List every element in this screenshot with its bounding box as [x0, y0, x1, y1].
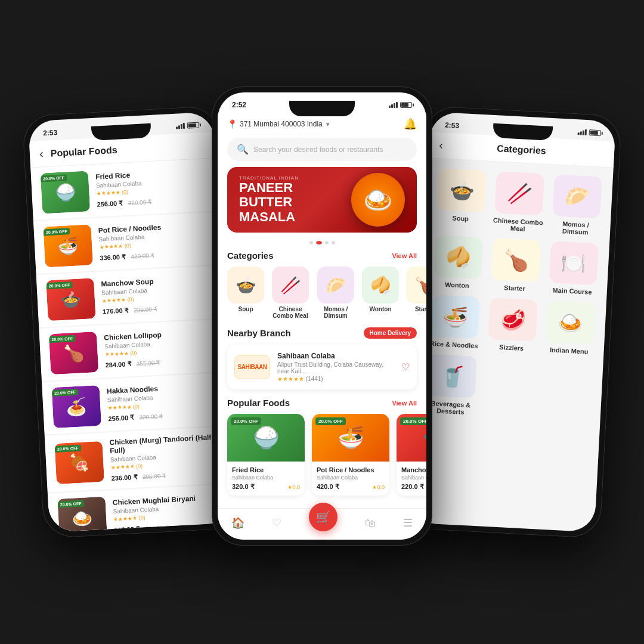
popular-food-image: 🍚 20.0% OFF	[227, 414, 305, 462]
food-list-item[interactable]: 🍖 20.0% OFF Chicken (Murg) Tandoori (Hal…	[45, 426, 233, 493]
category-grid-item[interactable]: 🍛 Indian Menu	[544, 301, 597, 355]
discount-badge: 20.0% OFF	[44, 228, 70, 236]
category-grid-item[interactable]: 🥢 Chinese Combo Meal	[493, 171, 546, 233]
back-button-right[interactable]: ‹	[439, 138, 444, 152]
popular-food-card[interactable]: 🍚 20.0% OFF Fried Rice Sahibaan Colaba 3…	[227, 414, 305, 496]
popular-food-price: 220.0 ₹	[401, 483, 424, 491]
popular-foods-view-all[interactable]: View All	[392, 400, 417, 407]
category-grid-item[interactable]: 🍲 Soup	[435, 168, 488, 230]
categories-title: Categories	[227, 250, 274, 261]
food-list-item[interactable]: 🍚 20.0% OFF Fried Rice Sahibaan Colaba ★…	[30, 158, 218, 220]
food-list-item[interactable]: 🍝 20.0% OFF Hakka Noodles Sahibaan Colab…	[42, 373, 229, 435]
back-button-left[interactable]: ‹	[39, 147, 44, 160]
dot-2[interactable]	[316, 241, 322, 244]
dot-1[interactable]	[309, 241, 313, 244]
category-grid-label: Wonton	[445, 281, 469, 289]
heart-icon[interactable]: ♡	[401, 361, 410, 373]
category-grid-item[interactable]: 🍜 Rice & Noodles	[429, 295, 482, 349]
category-label: Soup	[239, 306, 253, 312]
category-item[interactable]: 🍲 Soup	[227, 267, 264, 319]
category-label: Wonton	[369, 306, 391, 312]
category-image: 🍗	[406, 267, 426, 304]
food-info: Chicken Lollipop Sahibaan Colaba ★★★★★ (…	[104, 327, 216, 370]
popular-food-price-row: 320.0 ₹ ★0.0	[232, 483, 300, 491]
nav-home[interactable]: 🏠	[231, 516, 244, 530]
popular-food-name: Pot Rice / Noodles	[317, 466, 385, 473]
categories-view-all[interactable]: View All	[392, 252, 417, 259]
food-price: 336.00 ₹	[100, 253, 126, 261]
category-label: Momos / Dimsum	[317, 306, 355, 319]
dot-4[interactable]	[332, 241, 335, 244]
food-orig-price: 220.00 ₹	[134, 305, 157, 313]
category-grid-item[interactable]: 🍽️ Main Course	[547, 241, 600, 296]
category-grid-item[interactable]: 🍗 Starter	[489, 238, 542, 293]
phone-center: 2:52	[212, 86, 432, 546]
phone-right: 2:53 ‹ Categories	[404, 106, 623, 538]
branch-star-icons: ★★★★★	[277, 376, 304, 382]
center-scroll: 📍 371 Mumbai 400003 India ▼ 🔔 🔍 Search y…	[218, 113, 426, 508]
popular-food-info: Manchow Soup Sahibaan Colaba 220.0 ₹ ★0.…	[397, 462, 426, 496]
category-image: 🥠	[362, 267, 399, 304]
category-grid-label: Rice & Noodles	[430, 340, 478, 349]
category-item[interactable]: 🥟 Momos / Dimsum	[317, 267, 355, 319]
food-orig-price: 420.00 ₹	[131, 252, 154, 259]
search-bar[interactable]: 🔍 Search your desired foods or restauran…	[227, 138, 417, 161]
food-image-wrap: 🍝 20.0% OFF	[52, 385, 101, 428]
dot-3[interactable]	[325, 241, 329, 244]
battery-right	[589, 129, 601, 136]
category-label: Chinese Combo Meal	[271, 306, 309, 319]
signal-left	[176, 123, 185, 129]
food-image-wrap: 🍜 20.0% OFF	[43, 224, 92, 267]
nav-bag[interactable]: 🛍	[365, 517, 376, 530]
category-grid-image: 🍲	[437, 168, 487, 212]
category-item[interactable]: 🥢 Chinese Combo Meal	[271, 267, 309, 319]
time-left: 2:53	[43, 128, 58, 137]
status-icons-right	[578, 129, 601, 136]
popular-food-card[interactable]: 🍲 20.0% OFF Manchow Soup Sahibaan Colaba…	[397, 414, 426, 496]
time-center: 2:52	[232, 101, 246, 109]
nav-heart[interactable]: ♡	[272, 516, 281, 530]
popular-food-card[interactable]: 🍜 20.0% OFF Pot Rice / Noodles Sahibaan …	[312, 414, 389, 496]
home-delivery-badge[interactable]: Home Delivery	[364, 327, 417, 339]
category-grid-item[interactable]: 🥤 Beverages & Desserts	[425, 354, 479, 416]
search-icon: 🔍	[237, 144, 249, 155]
category-grid-label: Momos / Dimsum	[550, 219, 601, 236]
dropdown-arrow: ▼	[325, 121, 331, 128]
bell-icon[interactable]: 🔔	[404, 117, 417, 131]
discount-badge: 20.0% OFF	[52, 389, 78, 397]
left-page-title: Popular Foods	[50, 144, 117, 159]
category-grid-item[interactable]: 🥟 Momos / Dimsum	[550, 174, 603, 236]
food-list-item[interactable]: 🍗 20.0% OFF Chicken Lollipop Sahibaan Co…	[39, 319, 226, 381]
banner-line2: BUTTER	[239, 195, 299, 209]
nav-cart[interactable]: 🛒	[309, 503, 338, 531]
category-item[interactable]: 🥠 Wonton	[362, 267, 399, 319]
category-grid-label: Indian Menu	[550, 346, 589, 355]
category-grid-item[interactable]: 🥠 Wonton	[432, 235, 485, 290]
promo-banner[interactable]: Traditional Indian PANEER BUTTER MASALA …	[227, 167, 417, 233]
category-grid-image: 🥟	[552, 174, 602, 218]
category-grid-image: 🥠	[434, 235, 484, 279]
status-icons-center	[389, 102, 412, 108]
category-item[interactable]: 🍗 Starter	[406, 267, 426, 319]
nav-menu[interactable]: ☰	[403, 516, 413, 530]
category-label: Starter	[415, 306, 426, 312]
food-price: 236.00 ₹	[111, 473, 137, 482]
food-list-item[interactable]: 🍲 20.0% OFF Manchow Soup Sahibaan Colaba…	[36, 265, 224, 327]
popular-food-discount: 20.0% OFF	[231, 417, 261, 425]
popular-food-shop: Sahibaan Colaba	[401, 475, 426, 481]
food-list-item[interactable]: 🍛 20.0% OFF Chicken Mughlai Biryani Sahi…	[48, 484, 234, 532]
category-grid-image: 🍽️	[549, 241, 599, 285]
popular-food-price-row: 220.0 ₹ ★0.0	[401, 483, 426, 491]
food-orig-price: 295.00 ₹	[142, 472, 166, 480]
category-grid-item[interactable]: 🥩 Sizzlers	[486, 298, 539, 352]
food-price: 256.00 ₹	[97, 199, 123, 208]
time-right: 2:53	[445, 121, 460, 130]
branch-card[interactable]: SAHIBAAN Sahibaan Colaba Alipur Trust Bu…	[227, 345, 417, 389]
food-list-item[interactable]: 🍜 20.0% OFF Pot Rice / Noodles Sahibaan …	[33, 212, 221, 274]
location-row[interactable]: 📍 371 Mumbai 400003 India ▼	[227, 119, 331, 129]
popular-food-shop: Sahibaan Colaba	[317, 475, 385, 481]
food-price: 316.00 ₹	[114, 525, 140, 532]
food-image-wrap: 🍚 20.0% OFF	[41, 171, 90, 213]
popular-food-image: 🍜 20.0% OFF	[312, 414, 389, 462]
category-grid-label: Starter	[504, 284, 525, 292]
